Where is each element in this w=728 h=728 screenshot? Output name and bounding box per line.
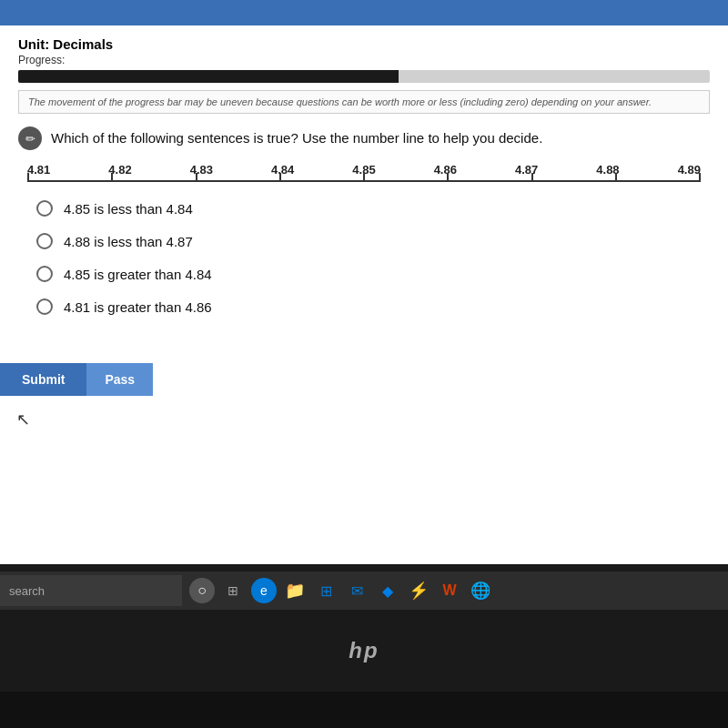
tick-9 (699, 173, 701, 182)
radio-b[interactable] (36, 233, 53, 249)
taskbar: search ○ ⊞ e 📁 ⊞ ✉ ◆ ⚡ W 🌐 (0, 571, 728, 610)
taskbar-search[interactable]: search (0, 575, 182, 606)
tick-4 (279, 173, 281, 182)
pass-button[interactable]: Pass (86, 363, 153, 396)
question-row: ✏ Which of the following sentences is tr… (18, 126, 710, 150)
mail-icon[interactable]: ✉ (344, 578, 369, 603)
search-text: search (9, 584, 45, 598)
hp-area: hp (0, 610, 728, 692)
edge-icon[interactable]: e (251, 578, 277, 603)
hp-logo: hp (349, 638, 379, 663)
top-bar (0, 0, 728, 25)
tick-8 (615, 173, 617, 182)
tick-6 (447, 173, 449, 182)
option-c[interactable]: 4.85 is greater than 4.84 (36, 266, 692, 282)
tick-5 (363, 173, 365, 182)
progress-bar-container (18, 70, 710, 83)
option-c-text: 4.85 is greater than 4.84 (64, 267, 212, 282)
tick-1 (27, 173, 29, 182)
dropbox-icon[interactable]: ◆ (375, 578, 400, 603)
bolt-icon[interactable]: ⚡ (406, 578, 431, 603)
number-line-bar (27, 180, 701, 182)
chrome-icon[interactable]: 🌐 (468, 578, 493, 603)
tick-7 (531, 173, 533, 182)
progress-bar-fill (18, 70, 399, 83)
unit-name: Decimals (53, 36, 113, 52)
option-d[interactable]: 4.81 is greater than 4.86 (36, 298, 692, 315)
bottom-buttons: Submit Pass (0, 363, 153, 396)
office-icon[interactable]: W (437, 578, 462, 603)
option-b-text: 4.88 is less than 4.87 (64, 234, 193, 249)
task-view-icon[interactable]: ⊞ (220, 578, 246, 603)
radio-d[interactable] (36, 298, 53, 315)
submit-button[interactable]: Submit (0, 363, 86, 396)
store-icon[interactable]: ⊞ (313, 578, 339, 603)
pencil-icon: ✏ (18, 126, 42, 150)
radio-c[interactable] (36, 266, 53, 282)
bezel-bottom (0, 692, 728, 728)
cursor-arrow: ↖ (16, 410, 30, 430)
radio-a[interactable] (36, 200, 53, 217)
screen: Unit: Decimals Progress: The movement of… (0, 0, 728, 564)
progress-note: The movement of the progress bar may be … (18, 90, 710, 114)
number-line-ticks (27, 173, 701, 182)
windows-search-icon[interactable]: ○ (189, 578, 215, 603)
tick-2 (111, 173, 113, 182)
taskbar-icons: ○ ⊞ e 📁 ⊞ ✉ ◆ ⚡ W 🌐 (182, 578, 493, 603)
option-a[interactable]: 4.85 is less than 4.84 (36, 200, 692, 217)
option-b[interactable]: 4.88 is less than 4.87 (36, 233, 692, 249)
tick-3 (196, 173, 197, 182)
unit-title: Unit: Decimals (18, 36, 710, 52)
number-line-container: 4.81 4.82 4.83 4.84 4.85 4.86 4.87 4.88 … (27, 163, 701, 182)
option-d-text: 4.81 is greater than 4.86 (64, 299, 212, 315)
progress-label: Progress: (18, 54, 710, 66)
content-area: Unit: Decimals Progress: The movement of… (0, 25, 728, 564)
options-container: 4.85 is less than 4.84 4.88 is less than… (36, 200, 692, 315)
option-a-text: 4.85 is less than 4.84 (64, 201, 193, 217)
file-explorer-icon[interactable]: 📁 (282, 578, 308, 603)
question-text: Which of the following sentences is true… (51, 126, 542, 147)
